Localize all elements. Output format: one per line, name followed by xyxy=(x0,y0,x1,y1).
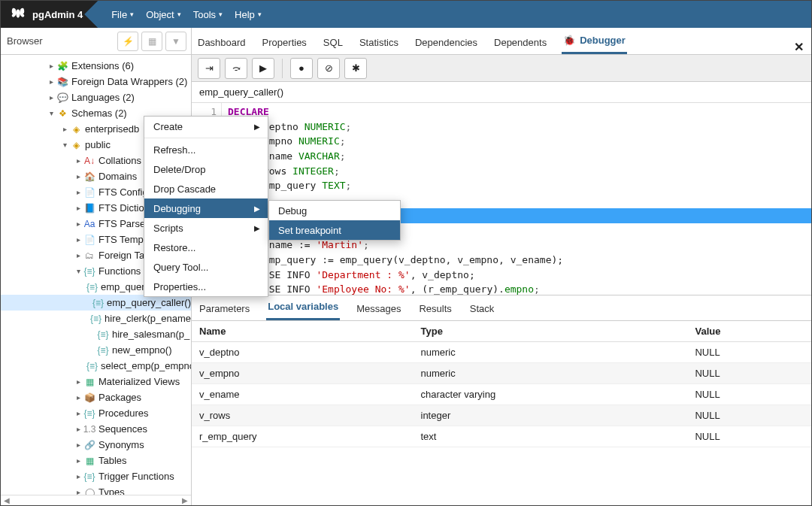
tree-twisty-icon[interactable]: ▸ xyxy=(73,377,83,386)
code-line[interactable]: RAISE INFO 'Employee No: %', (r_emp_quer… xyxy=(228,282,811,295)
tab-statistics[interactable]: Statistics xyxy=(358,32,400,54)
menu-help[interactable]: Help▾ xyxy=(235,9,262,20)
stop-button[interactable]: ✱ xyxy=(344,58,367,79)
table-row[interactable]: v_deptnonumericNULL xyxy=(192,342,811,363)
tree-node[interactable]: ▸🔗Synonyms xyxy=(1,437,191,453)
code-line[interactable]: v_ename VARCHAR; xyxy=(228,149,811,164)
tree-node[interactable]: {≡}hire_salesman(p_ xyxy=(1,326,191,342)
tab-dependencies[interactable]: Dependencies xyxy=(414,32,479,54)
menu-item-scripts[interactable]: Scripts▶ xyxy=(144,218,268,238)
tree-node[interactable]: {≡}select_emp(p_empno xyxy=(1,358,191,374)
tree-twisty-icon[interactable]: ▸ xyxy=(73,409,83,417)
tree-twisty-icon[interactable]: ▸ xyxy=(73,156,83,165)
menu-item-properties-[interactable]: Properties... xyxy=(144,277,268,296)
tree-twisty-icon[interactable]: ▸ xyxy=(73,441,83,449)
tree-node[interactable]: ▸🧩Extensions (6) xyxy=(1,58,191,74)
debug-tab-stack[interactable]: Stack xyxy=(468,298,496,320)
tree-twisty-icon[interactable]: ▾ xyxy=(59,141,70,149)
tree-twisty-icon[interactable]: ▸ xyxy=(73,393,83,401)
menu-file[interactable]: File▾ xyxy=(111,9,134,20)
tree-twisty-icon[interactable]: ▸ xyxy=(73,188,83,196)
tree-twisty-icon[interactable]: ▸ xyxy=(73,425,83,433)
tree-node[interactable]: {≡}new_empno() xyxy=(1,342,191,358)
tree-node[interactable]: ▸▦Tables xyxy=(1,453,191,468)
menu-item-set-breakpoint[interactable]: Set breakpoint xyxy=(269,220,400,240)
debug-tab-results[interactable]: Results xyxy=(417,298,453,320)
tree-twisty-icon[interactable]: ▸ xyxy=(73,220,83,228)
menu-item-query-tool-[interactable]: Query Tool... xyxy=(144,257,268,277)
tree-node[interactable]: ▸💬Languages (2) xyxy=(1,89,191,105)
code-editor[interactable]: 1 DECLARE v_deptno NUMERIC; v_empno NUME… xyxy=(192,103,811,295)
menu-object[interactable]: Object▾ xyxy=(146,9,181,20)
tree-node[interactable]: ▸▦Materialized Views xyxy=(1,374,191,389)
step-into-button[interactable]: ⇥ xyxy=(198,58,220,79)
tree-twisty-icon[interactable]: ▸ xyxy=(73,456,83,465)
menu-item-create[interactable]: Create▶ xyxy=(144,117,268,136)
step-over-button[interactable]: ⤼ xyxy=(225,58,247,79)
grid-button[interactable]: ▦ xyxy=(141,32,162,51)
code-line[interactable]: RAISE INFO 'Department : %', v_deptno; xyxy=(228,268,811,283)
tree-node[interactable]: ▸{≡}Trigger Functions xyxy=(1,468,191,484)
tree-twisty-icon[interactable]: ▸ xyxy=(73,251,83,259)
tree-twisty-icon[interactable]: ▸ xyxy=(73,235,83,244)
tree-icon: ▦ xyxy=(83,377,95,387)
col-name: Name xyxy=(192,321,414,342)
code-area[interactable]: DECLARE v_deptno NUMERIC; v_empno NUMERI… xyxy=(222,103,811,295)
filter-button[interactable]: ▼ xyxy=(165,32,186,51)
context-menu[interactable]: Create▶Refresh...Delete/DropDrop Cascade… xyxy=(144,116,268,297)
close-tab-icon[interactable]: ✕ xyxy=(794,40,804,54)
code-line[interactable]: v_empno NUMERIC; xyxy=(228,134,811,149)
toggle-breakpoint-button[interactable]: ● xyxy=(290,58,313,79)
table-row[interactable]: v_enamecharacter varyingNULL xyxy=(192,384,811,405)
tree-node[interactable]: ▸1.3Sequences xyxy=(1,421,191,437)
tree-twisty-icon[interactable]: ▸ xyxy=(59,125,70,133)
tree-node[interactable]: ▸◯Types xyxy=(1,484,191,495)
tree-node[interactable]: ▸{≡}Procedures xyxy=(1,405,191,421)
tree-twisty-icon[interactable]: ▾ xyxy=(46,109,56,117)
tree-twisty-icon[interactable]: ▸ xyxy=(46,62,56,70)
tree-icon: Aa xyxy=(83,219,95,229)
tab-dependents[interactable]: Dependents xyxy=(492,32,548,54)
tab-debugger[interactable]: 🐞 Debugger xyxy=(562,30,627,54)
tree-node[interactable]: {≡}hire_clerk(p_ename xyxy=(1,311,191,326)
tab-properties[interactable]: Properties xyxy=(261,32,308,54)
menu-item-drop-cascade[interactable]: Drop Cascade xyxy=(144,179,268,198)
code-line[interactable]: r_emp_query TEXT; xyxy=(228,178,811,193)
horizontal-scrollbar[interactable]: ◀▶ xyxy=(1,495,191,505)
continue-button[interactable]: ▶ xyxy=(252,58,274,79)
menu-item-debugging[interactable]: Debugging▶ xyxy=(144,198,268,218)
tab-dashboard[interactable]: Dashboard xyxy=(196,32,247,54)
tree-twisty-icon[interactable]: ▸ xyxy=(73,488,83,495)
tree-icon: 🔗 xyxy=(83,440,95,450)
code-line[interactable]: r_emp_query := emp_query(v_deptno, v_emp… xyxy=(228,253,811,268)
menu-item-delete-drop[interactable]: Delete/Drop xyxy=(144,159,268,179)
tree-node[interactable]: ▸📦Packages xyxy=(1,389,191,405)
bug-icon: 🐞 xyxy=(563,35,575,46)
tree-node[interactable]: ▸📚Foreign Data Wrappers (2) xyxy=(1,74,191,89)
menu-tools[interactable]: Tools▾ xyxy=(193,9,223,20)
tree-node[interactable]: {≡}emp_query_caller() xyxy=(1,295,191,311)
tree-twisty-icon[interactable]: ▸ xyxy=(73,172,83,180)
menu-item-debug[interactable]: Debug xyxy=(269,201,400,220)
table-row[interactable]: r_emp_querytextNULL xyxy=(192,426,811,447)
tree-twisty-icon[interactable]: ▸ xyxy=(46,93,56,102)
menu-item-restore-[interactable]: Restore... xyxy=(144,238,268,257)
tree-label: Languages (2) xyxy=(70,92,135,103)
debugging-submenu[interactable]: DebugSet breakpoint xyxy=(268,200,401,241)
debug-tab-messages[interactable]: Messages xyxy=(355,298,402,320)
table-row[interactable]: v_rowsintegerNULL xyxy=(192,405,811,426)
code-line[interactable]: v_rows INTEGER; xyxy=(228,164,811,179)
clear-breakpoints-button[interactable]: ⊘ xyxy=(317,58,340,79)
code-line[interactable]: DECLARE xyxy=(228,105,811,120)
table-row[interactable]: v_empnonumericNULL xyxy=(192,363,811,384)
tree-twisty-icon[interactable]: ▸ xyxy=(73,472,83,480)
tree-twisty-icon[interactable]: ▸ xyxy=(46,77,56,86)
refresh-tree-button[interactable]: ⚡ xyxy=(117,32,138,51)
tab-sql[interactable]: SQL xyxy=(322,32,344,54)
debug-tab-parameters[interactable]: Parameters xyxy=(198,298,251,320)
code-line[interactable]: v_deptno NUMERIC; xyxy=(228,120,811,135)
tree-twisty-icon[interactable]: ▸ xyxy=(73,204,83,212)
debug-tab-local-variables[interactable]: Local variables xyxy=(266,296,340,320)
menu-item-refresh-[interactable]: Refresh... xyxy=(144,140,268,159)
tree-twisty-icon[interactable]: ▾ xyxy=(73,267,83,275)
